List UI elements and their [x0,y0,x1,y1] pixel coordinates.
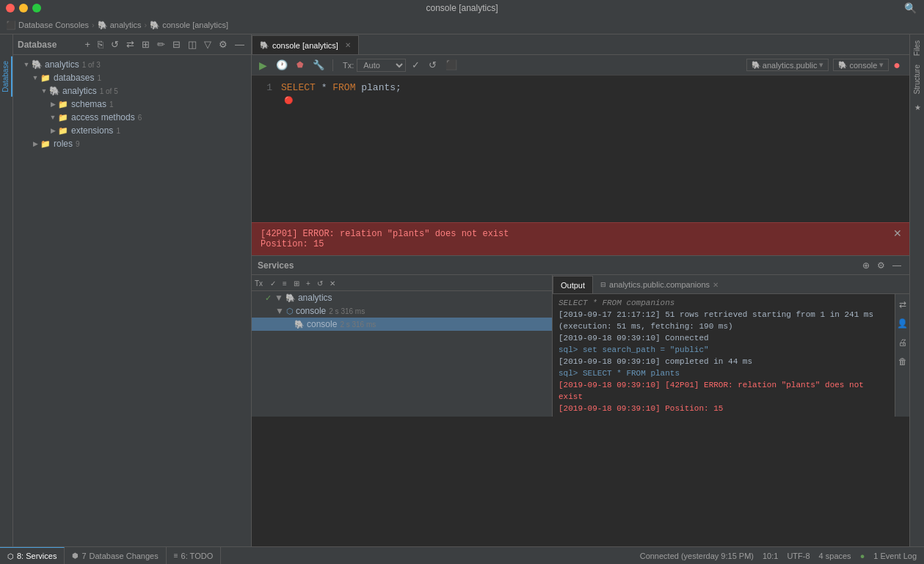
edit-button[interactable]: ✏ [155,37,167,51]
svc-item-console-parent[interactable]: ▼ ⬡ console 2 s 316 ms [252,304,552,318]
code-content: SELECT * FROM plants; [281,81,401,95]
console-tab-close[interactable]: ✕ [345,41,351,49]
history-button[interactable]: 🕐 [273,58,291,72]
access-methods-count: 6 [138,114,142,122]
breadcrumb-analytics[interactable]: 🐘 analytics [98,21,142,30]
breadcrumb-console[interactable]: 🐘 console [analytics] [150,21,228,30]
tx-mode-dropdown[interactable]: Auto Manual [357,59,406,72]
cancel-button[interactable]: ⬛ [443,58,460,72]
output-wrap-btn[interactable]: ⇄ [897,297,909,312]
db-changes-icon: ⬢ [72,552,79,560]
connection-dropdown-icon: ▾ [819,60,823,70]
svc-item-console-child[interactable]: 🐘 console 2 s 316 ms [252,318,552,331]
svc-refresh-btn[interactable]: ↺ [315,278,325,289]
settings-button[interactable]: ⚙ [217,37,230,51]
structure-panel-btn[interactable]: Structure [912,62,923,98]
error-marker-icon: 🔴 [284,95,293,108]
tbl-name: plants; [361,82,401,93]
output-line-7: [2019-09-18 09:39:10] Position: 15 [559,403,889,414]
refresh-button[interactable]: ↺ [109,37,121,51]
svc-check-all[interactable]: ✓ [268,278,278,289]
tree-item-roles[interactable]: ▶ 📁 roles 9 [13,137,251,150]
svc-console-child-meta: 2 s 316 ms [340,321,376,329]
databases-label: databases [54,73,94,83]
tree-item-databases[interactable]: ▼ 📁 databases 1 [13,71,251,84]
output-line-2: [2019-09-18 09:39:10] Connected [559,332,889,344]
collapse-button[interactable]: — [233,37,247,51]
favorites-panel-btn[interactable]: ★ [912,100,923,114]
svc-list-btn[interactable]: ≡ [280,278,289,289]
output-print-btn[interactable]: 🖨 [896,335,909,350]
breadcrumb-sep-1: › [92,21,95,29]
database-panel-toggle[interactable]: Database [0,56,12,97]
companions-tab-close[interactable]: ✕ [713,281,719,289]
table-button[interactable]: ⊟ [170,37,183,51]
close-button[interactable] [6,4,15,12]
connection-selector[interactable]: 🐘 analytics.public ▾ [746,59,829,71]
run-button[interactable]: ▶ [256,58,270,73]
stop-button[interactable]: ⬟ [294,59,307,71]
services-tab[interactable]: ⬡ 8: Services [0,547,65,565]
svc-align-btn[interactable]: ⊞ [291,278,302,289]
analytics-db-icon: 🐘 [48,85,60,97]
editor-area: 🐘 console [analytics] ✕ ▶ 🕐 ⬟ 🔧 Tx: Auto… [252,34,909,546]
schemas-count: 1 [109,100,114,109]
tree-item-analytics-root[interactable]: ▼ 🐘 analytics 1 of 3 [13,58,251,71]
breadcrumb-db-consoles[interactable]: ⬛ Database Consoles [6,21,89,30]
editor-toolbar: ▶ 🕐 ⬟ 🔧 Tx: Auto Manual ✓ ↺ ⬛ 🐘 analytic… [252,55,909,76]
extensions-count: 1 [116,127,120,135]
view-button[interactable]: ⊞ [139,37,152,51]
add-item-button[interactable]: + [82,37,92,51]
commit-button[interactable]: ✓ [409,58,423,72]
databases-count: 1 [97,74,101,82]
tree-item-schemas[interactable]: ▶ 📁 schemas 1 [13,98,251,111]
console-selector[interactable]: 🐘 console ▾ [833,59,889,71]
services-collapse-button[interactable]: — [890,259,903,272]
sync-button[interactable]: ⇄ [124,37,137,51]
event-log-icon: ● [860,552,865,560]
todo-tab[interactable]: ≡ 6: TODO [167,547,221,565]
copy-button[interactable]: ⎘ [95,37,106,51]
editor-tab-console[interactable]: 🐘 console [analytics] ✕ [252,35,359,54]
line-number-blank [258,95,272,108]
code-editor[interactable]: 1 SELECT * FROM plants; 🔴 [252,76,909,222]
tree-item-access-methods[interactable]: ▼ 📁 access methods 6 [13,111,251,124]
filter-button[interactable]: ▽ [202,37,214,51]
toolbar-separator [332,59,333,71]
kw-from: FROM [332,82,355,93]
rollback-button[interactable]: ↺ [426,58,440,72]
services-output: Output ⊟ analytics.public.companions ✕ S… [553,275,909,417]
tools-button[interactable]: 🔧 [310,58,327,72]
global-search-icon[interactable]: 🔍 [904,2,917,14]
tree-item-analytics-db[interactable]: ▼ 🐘 analytics 1 of 5 [13,84,251,98]
files-panel-btn[interactable]: Files [912,37,923,59]
svc-add-btn[interactable]: + [304,278,313,289]
ddl-button[interactable]: ◫ [186,37,199,51]
db-changes-tab[interactable]: ⬢ 7 Database Changes [65,547,166,565]
output-line-1: [2019-09-17 21:17:12] 51 rows retrieved … [559,309,889,332]
console-tab-icon: 🐘 [260,41,269,49]
code-line-error: 🔴 [258,95,903,108]
right-panel-strip: Files Structure ★ [909,34,924,546]
kw-select: SELECT [281,82,316,93]
output-tab-output[interactable]: Output [553,276,593,293]
svc-clear-btn[interactable]: ✕ [327,278,338,289]
window-controls[interactable] [6,4,41,12]
tx-indicator: Tx [255,279,263,288]
window-title: console [analytics] [426,3,498,13]
services-settings-button[interactable]: ⚙ [875,259,887,272]
output-tab-companions[interactable]: ⊟ analytics.public.companions ✕ [593,276,726,293]
output-clear-btn[interactable]: 🗑 [896,354,909,369]
tree-item-extensions[interactable]: ▶ 📁 extensions 1 [13,124,251,137]
svc-item-analytics[interactable]: ✓ ▼ 🐘 analytics [252,291,552,304]
output-user-btn[interactable]: 👤 [895,316,909,331]
services-expand-button[interactable]: ⊕ [860,259,872,272]
console-dropdown-icon: ▾ [879,60,884,70]
error-banner-close-button[interactable]: ✕ [893,227,902,239]
companions-tab-label: analytics.public.companions [609,280,710,289]
services-tab-icon: ⬡ [7,552,14,560]
maximize-button[interactable] [32,4,41,12]
minimize-button[interactable] [19,4,28,12]
schemas-icon: 📁 [57,98,69,110]
db-changes-label: Database Changes [90,552,159,560]
